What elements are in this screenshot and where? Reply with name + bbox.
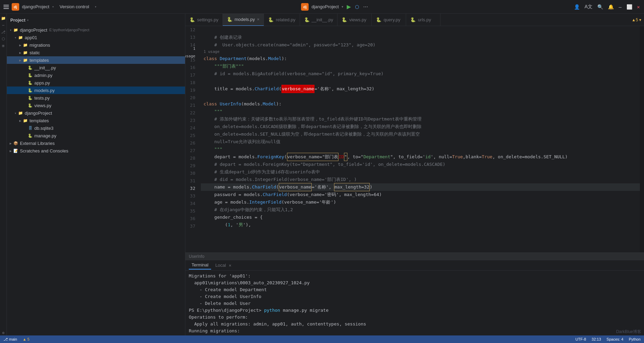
center-dropdown-icon[interactable]: ▾ [342, 5, 343, 9]
python-file-icon: 🐍 [27, 133, 33, 138]
tab-settings[interactable]: 🐍 settings.py [185, 14, 223, 26]
editor-minimap[interactable] [640, 26, 644, 252]
chevron-right-icon: ▶ [8, 141, 13, 145]
more-options-icon[interactable]: ⋯ [363, 3, 369, 10]
hamburger-menu-icon[interactable] [3, 5, 9, 9]
tree-item-init-app01[interactable]: 🐍 __init__.py [7, 64, 185, 71]
tree-item-templates-app01[interactable]: ▶ 📁 templates [7, 56, 185, 64]
tab-label: settings.py [197, 17, 218, 22]
minimize-button[interactable]: — [618, 3, 622, 10]
main-container: 📁 ⋯ ⎇ ⬡ ⊞ ⚙ Project ▾ ▾ 📁 djangoProject … [0, 14, 644, 335]
python-tab-icon: 🐍 [342, 17, 347, 22]
tree-item-djangoproject-folder[interactable]: ▾ 📁 djangoProject [7, 109, 185, 117]
editor-area: 🐍 settings.py 🐍 models.py ✕ 🐍 related.py… [185, 14, 644, 335]
code-line-25: on_delete=models.SET_NULL级联为空，即departmen… [201, 130, 640, 138]
code-line-28: depart = models.ForeignKey(verbose_name=… [201, 153, 640, 161]
bottom-tab-local[interactable]: Local ✕ [212, 261, 234, 269]
tree-item-label: __init__.py [34, 65, 56, 70]
tab-close-icon[interactable]: ✕ [257, 18, 260, 21]
tree-item-admin[interactable]: 🐍 admin.py [7, 71, 185, 79]
tree-item-label: External Libraries [20, 141, 55, 146]
tree-item-label: tests.py [34, 95, 50, 101]
search-icon[interactable]: 🔍 [597, 3, 604, 10]
tab-urls[interactable]: 🐍 urls.py [406, 14, 440, 26]
project-name-label: djangoProject [22, 4, 49, 9]
run-icon[interactable]: ▶ [346, 3, 352, 11]
watermark: DarkBlue博客 [613, 328, 644, 335]
folder-icon: 📁 [18, 110, 23, 116]
tree-item-apps[interactable]: 🐍 apps.py [7, 79, 185, 87]
tab-bar: 🐍 settings.py 🐍 models.py ✕ 🐍 related.py… [185, 14, 644, 26]
code-line-35: # 在django中做的约束，只能写入1,2 [201, 206, 640, 214]
project-panel: Project ▾ ▾ 📁 djangoProject E:\python\dj… [7, 14, 185, 335]
activity-folder-icon[interactable]: 📁 [1, 15, 6, 21]
panel-header: Project ▾ [7, 14, 185, 26]
tree-item-views-app01[interactable]: 🐍 views.py [7, 102, 185, 109]
chevron-right-icon: ▶ [8, 149, 13, 153]
activity-search-icon[interactable]: ⋯ [1, 22, 6, 28]
bottom-tab-terminal[interactable]: Terminal [189, 261, 211, 270]
tree-item-root[interactable]: ▾ 📁 djangoProject E:\python\djangoProjec… [7, 26, 185, 34]
tree-item-label: admin.py [34, 73, 53, 78]
code-line-36: gender_choices = { [201, 214, 640, 221]
status-warnings[interactable]: ▲ 5 [23, 337, 30, 341]
chevron-down-icon: ▾ [8, 28, 13, 32]
terminal-content[interactable]: Migrations for 'app01': app01\migrations… [185, 271, 644, 335]
tab-related[interactable]: 🐍 related.py [264, 14, 300, 26]
debug-icon[interactable]: ⬡ [354, 3, 360, 10]
tree-item-app01[interactable]: ▾ 📁 app01 [7, 34, 185, 41]
status-encoding: UTF-8 [575, 337, 586, 341]
tree-item-external-libs[interactable]: ▶ 📦 External Libraries [7, 139, 185, 147]
tree-item-db-sqlite3[interactable]: 🗄 db.sqlite3 [7, 124, 185, 132]
python-file-icon: 🐍 [27, 65, 33, 70]
panel-chevron-icon[interactable]: ▾ [27, 18, 29, 22]
tab-query[interactable]: 🐍 query.py [372, 14, 406, 26]
project-dropdown-icon[interactable]: ▾ [52, 5, 54, 9]
tab-init[interactable]: 🐍 __init__.py [300, 14, 338, 26]
activity-git-icon[interactable]: ⎇ [1, 29, 6, 35]
tab-label: related.py [276, 17, 295, 22]
close-button[interactable]: ✕ [636, 3, 641, 10]
terminal-line-4: - Create model UserInfo [189, 293, 641, 300]
tab-label: models.py [234, 17, 255, 22]
titlebar-left: dj djangoProject ▾ Version control ▾ [3, 3, 97, 11]
tree-item-models[interactable]: 🐍 models.py [7, 87, 185, 94]
tab-label: urls.py [418, 17, 431, 22]
tab-models[interactable]: 🐍 models.py ✕ [223, 14, 264, 26]
tab-more-icon[interactable]: ▲5 ▾ [629, 17, 644, 22]
activity-debug-icon[interactable]: ⬡ [1, 36, 6, 42]
code-editor[interactable]: 12 13 14 1 usage 15 16 17 18 19 20 21 22… [185, 26, 644, 252]
tree-item-label: djangoProject [25, 111, 52, 116]
activity-extensions-icon[interactable]: ⊞ [1, 43, 6, 48]
tab-views[interactable]: 🐍 views.py [337, 14, 372, 26]
code-line-24: on_delete=models.CASCADE级联删除，即department… [201, 123, 640, 130]
tree-item-scratches[interactable]: ▶ 📝 Scratches and Consoles [7, 147, 185, 155]
chevron-down-icon: ▾ [13, 36, 18, 39]
python-file-icon: 🐍 [27, 95, 33, 101]
translate-icon[interactable]: A文 [584, 3, 593, 11]
code-content[interactable]: # 创建表记录 # User.objects.create(name="admi… [201, 26, 640, 252]
folder-icon: 📁 [13, 27, 19, 33]
version-control-button[interactable]: Version control [57, 3, 92, 10]
python-file-icon: 🐍 [27, 80, 33, 85]
activity-bar: 📁 ⋯ ⎇ ⬡ ⊞ ⚙ [0, 14, 7, 335]
external-libs-icon: 📦 [13, 140, 19, 146]
folder-icon: 📁 [23, 50, 28, 55]
user-icon[interactable]: 👤 [573, 3, 580, 10]
activity-settings-icon[interactable]: ⚙ [1, 330, 6, 335]
folder-icon: 📁 [18, 35, 23, 40]
tree-item-tests[interactable]: 🐍 tests.py [7, 94, 185, 102]
tree-item-templates-django[interactable]: ▶ 📁 templates [7, 117, 185, 124]
tab-label: views.py [349, 17, 366, 22]
notifications-icon[interactable]: 🔔 [607, 3, 614, 10]
tree-item-static[interactable]: ▶ 📁 static [7, 49, 185, 56]
code-line-23: # 添加外键约束：关键词多数to表示与那张表管理，to_field表示外键ID与… [201, 115, 640, 123]
local-tab-close-icon[interactable]: ✕ [229, 264, 231, 267]
maximize-button[interactable]: ⬜ [626, 3, 633, 10]
terminal-tab-label: Terminal [192, 262, 208, 267]
db-file-icon: 🗄 [27, 125, 33, 131]
status-git-branch[interactable]: ⎇ main [3, 337, 17, 342]
tree-item-manage[interactable]: 🐍 manage.py [7, 132, 185, 139]
code-line-usage: 1 usage [201, 49, 640, 55]
tree-item-migrations[interactable]: ▶ 📁 migrations [7, 41, 185, 49]
